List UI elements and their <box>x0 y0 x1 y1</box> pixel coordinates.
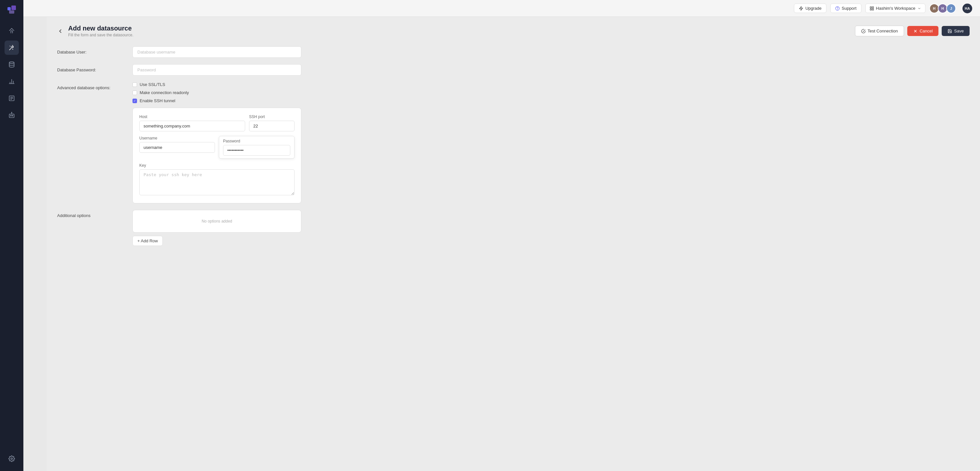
app-logo <box>7 5 16 16</box>
ssh-username-label: Username <box>139 136 215 140</box>
db-user-control <box>132 46 301 58</box>
form-section: Database User: Database Password: Advanc… <box>57 46 970 246</box>
no-options-text: No options added <box>202 219 232 224</box>
ssh-key-textarea[interactable] <box>139 169 294 195</box>
svg-rect-14 <box>10 114 14 118</box>
sidebar-item-database[interactable] <box>5 57 19 72</box>
user-initials[interactable]: HA <box>963 3 972 13</box>
support-icon <box>835 6 840 11</box>
readonly-checkbox-item[interactable]: Make connection readonly <box>132 90 301 95</box>
add-row-button[interactable]: + Add Row <box>132 236 163 246</box>
avatar-group: H H J <box>929 3 956 13</box>
support-label: Support <box>842 6 857 11</box>
test-connection-button[interactable]: Test Connection <box>855 25 904 36</box>
cancel-label: Cancel <box>920 29 932 33</box>
svg-rect-1 <box>11 6 16 10</box>
advanced-control: Use SSL/TLS Make connection readonly Ena… <box>132 82 301 203</box>
sidebar-item-wand[interactable] <box>5 41 19 55</box>
upgrade-icon <box>799 6 803 11</box>
sidebar-item-report[interactable] <box>5 91 19 105</box>
ssl-checkbox[interactable] <box>132 82 137 87</box>
additional-label: Additional options <box>57 210 122 218</box>
readonly-label: Make connection readonly <box>140 90 189 95</box>
support-button[interactable]: Support <box>830 3 861 13</box>
upgrade-button[interactable]: Upgrade <box>794 3 826 13</box>
checkbox-group: Use SSL/TLS Make connection readonly Ena… <box>132 82 301 103</box>
ssh-tunnel-box: Host SSH port Username <box>132 108 301 203</box>
svg-point-18 <box>11 112 12 113</box>
svg-rect-24 <box>872 6 873 8</box>
ssl-label: Use SSL/TLS <box>140 82 165 87</box>
ssh-user-pass-row: Username Password <box>139 136 294 159</box>
ssh-checkbox[interactable] <box>132 98 137 103</box>
ssl-checkbox-item[interactable]: Use SSL/TLS <box>132 82 301 87</box>
svg-rect-23 <box>870 6 871 8</box>
upgrade-label: Upgrade <box>805 6 821 11</box>
page-header: Add new datasource Fill the form and sav… <box>57 25 970 37</box>
ssh-key-label: Key <box>139 163 294 168</box>
page-header-left: Add new datasource Fill the form and sav… <box>57 25 134 37</box>
additional-options-box: No options added <box>132 210 301 233</box>
check-circle-icon <box>861 29 866 33</box>
page-title-block: Add new datasource Fill the form and sav… <box>68 25 134 37</box>
header-actions: Test Connection Cancel Save <box>855 25 970 36</box>
sidebar-item-home[interactable] <box>5 24 19 38</box>
sidebar-item-chart[interactable] <box>5 74 19 89</box>
save-icon <box>948 29 952 33</box>
ssh-checkbox-item[interactable]: Enable SSH tunnel <box>132 98 301 103</box>
x-icon <box>913 29 918 33</box>
svg-point-5 <box>10 62 14 63</box>
ssh-port-input[interactable] <box>249 121 294 132</box>
sidebar-item-settings[interactable] <box>5 452 19 466</box>
workspace-icon <box>870 6 874 11</box>
ssh-password-input[interactable] <box>223 145 290 156</box>
ssh-label: Enable SSH tunnel <box>140 98 175 103</box>
ssh-host-field: Host <box>139 114 245 132</box>
db-user-row: Database User: <box>57 46 970 58</box>
svg-point-19 <box>11 458 13 460</box>
workspace-label: Hashim's Workspace <box>876 6 915 11</box>
advanced-label: Advanced database options: <box>57 82 122 90</box>
page-subtitle: Fill the form and save the datasource. <box>68 33 134 37</box>
save-button[interactable]: Save <box>942 26 970 36</box>
back-button[interactable] <box>57 28 64 34</box>
svg-rect-25 <box>872 9 873 10</box>
avatar-j: J <box>946 3 956 13</box>
svg-point-16 <box>12 115 13 116</box>
svg-rect-0 <box>8 7 11 10</box>
ssh-password-field: Password <box>219 136 294 159</box>
db-user-input[interactable] <box>132 46 301 58</box>
ssh-host-input[interactable] <box>139 121 245 132</box>
main-content: Add new datasource Fill the form and sav… <box>47 17 980 471</box>
svg-rect-26 <box>870 9 871 10</box>
svg-point-15 <box>10 115 11 116</box>
ssh-host-port-grid: Host SSH port <box>139 114 294 132</box>
db-password-input[interactable] <box>132 64 301 76</box>
svg-rect-2 <box>9 10 14 14</box>
db-password-control <box>132 64 301 76</box>
save-label: Save <box>954 29 964 33</box>
ssh-host-label: Host <box>139 114 245 119</box>
additional-control: No options added + Add Row <box>132 210 301 246</box>
ssh-username-input[interactable] <box>139 142 215 153</box>
ssh-password-label: Password <box>223 139 290 143</box>
sidebar-item-robot[interactable] <box>5 108 19 122</box>
ssh-key-field: Key <box>139 163 294 197</box>
chevron-down-icon <box>917 6 921 10</box>
svg-marker-20 <box>799 6 803 10</box>
db-password-label: Database Password: <box>57 64 122 72</box>
advanced-options-row: Advanced database options: Use SSL/TLS M… <box>57 82 970 203</box>
readonly-checkbox[interactable] <box>132 90 137 95</box>
svg-point-3 <box>12 46 13 48</box>
db-password-row: Database Password: <box>57 64 970 76</box>
additional-options-row: Additional options No options added + Ad… <box>57 210 970 246</box>
workspace-selector[interactable]: Hashim's Workspace <box>865 3 926 13</box>
page-title: Add new datasource <box>68 25 134 32</box>
svg-line-4 <box>10 48 12 50</box>
sidebar <box>0 0 23 471</box>
ssh-port-label: SSH port <box>249 114 294 119</box>
db-user-label: Database User: <box>57 46 122 54</box>
cancel-button[interactable]: Cancel <box>907 26 939 36</box>
ssh-username-field: Username <box>139 136 215 159</box>
test-connection-label: Test Connection <box>868 29 898 33</box>
